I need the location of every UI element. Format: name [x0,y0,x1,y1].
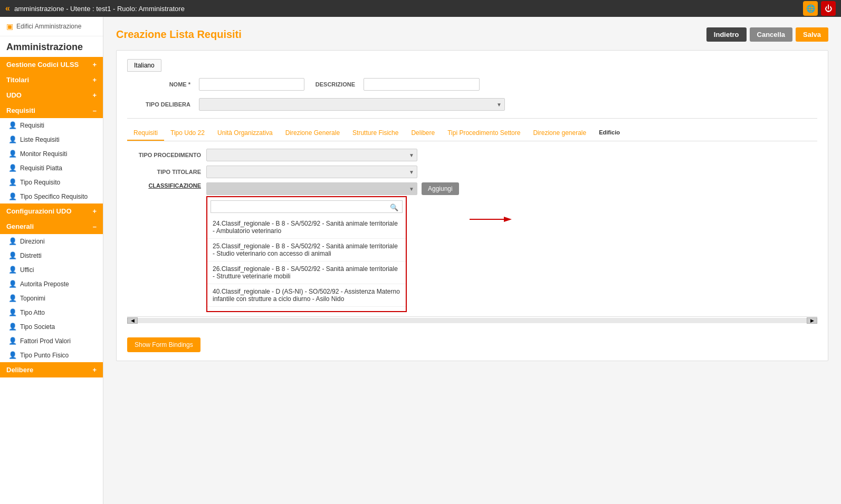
tabs: Requisiti Tipo Udo 22 Unità Organizzativ… [127,126,817,141]
tab-edificio[interactable]: Edificio [592,126,626,141]
sidebar-item-tipo-specifico[interactable]: 👤 Tipo Specifico Requisito [0,189,103,203]
arrow-indicator-container [470,214,512,225]
nome-label: NOME * [127,81,190,88]
sidebar-section-config-udo-label: Configurazioni UDO [6,207,72,215]
sidebar-item-distretti[interactable]: 👤 Distretti [0,248,103,263]
person-icon: 👤 [8,280,17,288]
classificazione-input-row: ▼ Aggiungi [206,182,459,195]
sidebar-item-toponimi-label: Toponimi [20,295,45,302]
sidebar-section-requisiti-label: Requisiti [6,106,35,114]
classificazione-select[interactable] [206,182,417,195]
globe-icon[interactable]: 🌐 [803,1,818,16]
sidebar-item-requisiti-label: Requisiti [20,122,44,129]
svg-marker-1 [504,217,512,222]
sidebar-item-tipo-punto[interactable]: 👤 Tipo Punto Fisico [0,348,103,362]
sidebar-item-tipo-requisito-label: Tipo Requisito [20,179,60,186]
sidebar-section-titolari[interactable]: Titolari + [0,72,103,88]
sidebar-item-requisiti-piatta[interactable]: 👤 Requisiti Piatta [0,161,103,175]
scroll-right-arrow[interactable]: ▶ [807,317,817,324]
sidebar-section-config-udo-toggle: + [92,207,97,215]
top-bar: « amministrazione - Utente : test1 - Ruo… [0,0,841,17]
sidebar-section-requisiti-toggle: – [93,106,97,114]
scroll-left-arrow[interactable]: ◀ [127,317,138,324]
sidebar-section-delibere[interactable]: Delibere + [0,362,103,377]
dropdown-list: 24.Classif_regionale - B 8 - SA/502/92 -… [207,216,406,311]
dropdown-item-4[interactable]: 13.Classif_regionale - B 5 - SA/502/02 -… [207,307,406,311]
save-button[interactable]: Salva [796,27,828,42]
descrizione-label: DESCRIZIONE [313,81,355,88]
tab-strutture[interactable]: Strutture Fisiche [346,126,405,141]
power-icon[interactable]: ⏻ [821,1,836,16]
dropdown-search-input[interactable] [211,200,403,213]
aggiungi-button[interactable]: Aggiungi [422,182,459,195]
page-header: Creazione Lista Requisiti Indietro Cance… [116,27,828,42]
sidebar-section-titolari-label: Titolari [6,76,29,84]
sidebar-item-fattori[interactable]: 👤 Fattori Prod Valori [0,334,103,348]
horizontal-scrollbar[interactable]: ◀ ▶ [127,316,817,324]
sidebar-section-generali[interactable]: Generali – [0,219,103,234]
tipo-procedimento-select[interactable] [206,149,417,161]
tipo-delibera-select[interactable] [199,98,505,111]
tab-content-requisiti: TIPO PROCEDIMENTO ▼ TIPO TITOLARE [127,149,817,312]
sidebar-section-config-udo[interactable]: Configurazioni UDO + [0,203,103,219]
show-form-bindings-button[interactable]: Show Form Bindings [127,337,200,352]
sidebar-logo-label: Edifici Amministrazione [16,23,81,30]
tab-unita-org[interactable]: Unità Organizzativa [211,126,279,141]
sidebar-item-monitor-requisiti[interactable]: 👤 Monitor Requisiti [0,147,103,161]
sidebar-section-udo[interactable]: UDO + [0,88,103,103]
tipo-procedimento-wrapper: ▼ [206,149,417,161]
tab-direzione-gen-2[interactable]: Direzione generale [527,126,592,141]
tab-requisiti[interactable]: Requisiti [127,126,164,141]
dropdown-item-2[interactable]: 26.Classif_regionale - B 8 - SA/502/92 -… [207,261,406,284]
sidebar-section-gestione-toggle: + [92,61,97,69]
sidebar-item-requisiti[interactable]: 👤 Requisiti [0,118,103,132]
sidebar-item-toponimi[interactable]: 👤 Toponimi [0,291,103,305]
sidebar-section-requisiti[interactable]: Requisiti – [0,103,103,118]
cancel-button[interactable]: Cancella [750,27,792,42]
tipo-delibera-wrapper: ▼ [199,98,505,111]
person-icon: 👤 [8,178,17,186]
tipo-titolare-label: TIPO TITOLARE [127,169,201,175]
language-tab[interactable]: Italiano [127,59,161,72]
sidebar-item-autorita-label: Autorita Preposte [20,280,69,288]
sidebar-item-direzioni[interactable]: 👤 Direzioni [0,234,103,248]
person-icon: 👤 [8,308,17,316]
back-button[interactable]: Indietro [706,27,747,42]
tab-tipo-udo[interactable]: Tipo Udo 22 [164,126,211,141]
descrizione-input[interactable] [364,78,480,91]
sidebar-item-direzioni-label: Direzioni [20,238,45,245]
top-bar-left: « amministrazione - Utente : test1 - Ruo… [5,4,185,13]
classificazione-row: CLASSIFICAZIONE ▼ Aggiungi [127,182,817,312]
tab-tipi-proc[interactable]: Tipi Procedimento Settore [441,126,527,141]
classificazione-select-wrapper: ▼ [206,182,417,195]
top-bar-arrow: « [5,4,10,13]
form-card: Italiano NOME * DESCRIZIONE TIPO DELIBER… [116,50,828,361]
tab-delibere[interactable]: Delibere [405,126,441,141]
tab-direzione-gen[interactable]: Direzione Generale [279,126,346,141]
dropdown-search-container: 🔍 [207,197,406,216]
sidebar-item-uffici[interactable]: 👤 Uffici [0,263,103,277]
sidebar-item-tipo-requisito[interactable]: 👤 Tipo Requisito [0,175,103,189]
scrollbar-track [138,318,807,323]
sidebar-item-autorita[interactable]: 👤 Autorita Preposte [0,277,103,291]
show-form-bindings-container: Show Form Bindings [127,332,817,352]
person-icon: 👤 [8,266,17,274]
person-icon: 👤 [8,150,17,158]
tipo-titolare-select[interactable] [206,166,417,178]
person-icon: 👤 [8,237,17,245]
person-icon: 👤 [8,251,17,259]
sidebar-item-tipo-societa[interactable]: 👤 Tipo Societa [0,319,103,334]
sidebar-item-tipo-specifico-label: Tipo Specifico Requisito [20,193,88,200]
person-icon: 👤 [8,337,17,345]
sidebar-section-gestione[interactable]: Gestione Codici ULSS + [0,57,103,72]
sidebar-item-monitor-requisiti-label: Monitor Requisiti [20,150,67,158]
dropdown-item-1[interactable]: 25.Classif_regionale - B 8 - SA/502/92 -… [207,239,406,261]
dropdown-item-0[interactable]: 24.Classif_regionale - B 8 - SA/502/92 -… [207,216,406,239]
sidebar-item-liste-requisiti[interactable]: 👤 Liste Requisiti [0,132,103,147]
sidebar-item-tipo-atto[interactable]: 👤 Tipo Atto [0,305,103,319]
nome-input[interactable] [199,78,304,91]
tipo-delibera-label: TIPO DELIBERA [127,101,190,108]
dropdown-item-3[interactable]: 40.Classif_regionale - D (AS-NI) - SO/50… [207,284,406,307]
sidebar-title: Amministrazione [0,36,103,57]
sidebar-section-generali-label: Generali [6,222,34,230]
